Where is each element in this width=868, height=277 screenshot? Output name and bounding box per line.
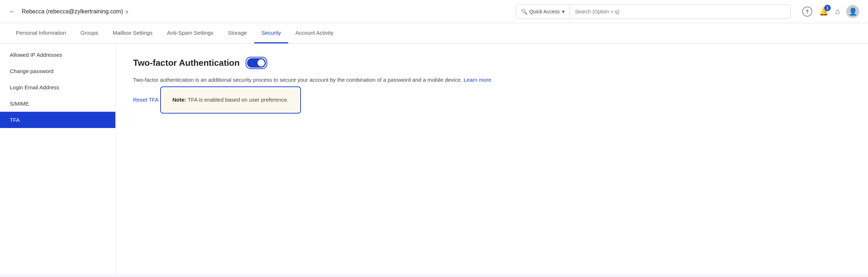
search-bar: 🔍 Quick Access ▾ (516, 4, 791, 19)
sidebar: Allowed IP Addresses Change password Log… (0, 44, 116, 274)
avatar-placeholder: 👤 (848, 7, 858, 16)
learn-more-link[interactable]: Learn more (464, 77, 492, 83)
toggle-knob (258, 59, 265, 67)
home-button[interactable]: ⌂ (835, 7, 840, 16)
tab-mailbox-settings[interactable]: Mailbox Settings (106, 23, 160, 43)
tab-groups[interactable]: Groups (73, 23, 105, 43)
tab-storage[interactable]: Storage (221, 23, 254, 43)
tab-account-activity[interactable]: Account Activity (288, 23, 341, 43)
sidebar-item-change-password[interactable]: Change password (0, 63, 115, 79)
sidebar-item-tfa[interactable]: TFA (0, 112, 115, 128)
tfa-toggle[interactable] (247, 58, 266, 68)
home-icon: ⌂ (835, 7, 840, 16)
quick-access-chevron-icon: ▾ (562, 9, 565, 14)
note-text: TFA is enabled based on user preference. (188, 97, 289, 103)
back-button[interactable]: ← (9, 7, 16, 16)
avatar[interactable]: 👤 (846, 5, 859, 18)
account-name-label: Rebecca (rebecca@zylkertraining.com) (22, 8, 123, 15)
content-area: Two-factor Authentication Two-factor aut… (116, 44, 868, 274)
notification-badge: 1 (824, 5, 831, 11)
header-icon-group: ? 🔔 1 ⌂ 👤 (802, 5, 859, 18)
search-icon: 🔍 (521, 9, 527, 14)
account-selector[interactable]: Rebecca (rebecca@zylkertraining.com) ∨ (22, 8, 129, 15)
tab-security[interactable]: Security (254, 23, 288, 43)
quick-access-button[interactable]: 🔍 Quick Access ▾ (516, 5, 570, 18)
sidebar-item-allowed-ip[interactable]: Allowed IP Addresses (0, 47, 115, 63)
notifications-button[interactable]: 🔔 1 (819, 7, 829, 16)
search-input[interactable] (570, 5, 790, 18)
navigation-tabs: Personal Information Groups Mailbox Sett… (0, 23, 868, 44)
sidebar-item-login-email[interactable]: Login Email Address (0, 79, 115, 95)
reset-tfa-button[interactable]: Reset TFA (133, 97, 159, 103)
note-box-inner: Note: TFA is enabled based on user prefe… (162, 89, 299, 111)
account-chevron-icon: ∨ (125, 9, 129, 14)
tfa-title-row: Two-factor Authentication (133, 57, 851, 69)
tfa-description-text: Two-factor authentication is an addition… (133, 77, 462, 83)
tab-personal-information[interactable]: Personal Information (9, 23, 73, 43)
back-icon: ← (9, 7, 16, 16)
tfa-toggle-wrapper[interactable] (246, 57, 267, 69)
main-layout: Allowed IP Addresses Change password Log… (0, 44, 868, 274)
quick-access-label: Quick Access (529, 9, 560, 14)
note-box-outer: Note: TFA is enabled based on user prefe… (160, 86, 301, 114)
sidebar-item-smime[interactable]: S/MIME (0, 95, 115, 112)
tab-anti-spam-settings[interactable]: Anti-Spam Settings (160, 23, 221, 43)
help-button[interactable]: ? (802, 7, 812, 17)
header: ← Rebecca (rebecca@zylkertraining.com) ∨… (0, 0, 868, 23)
tfa-title: Two-factor Authentication (133, 58, 240, 68)
note-label: Note: (173, 97, 186, 103)
help-icon: ? (802, 7, 812, 17)
tfa-description: Two-factor authentication is an addition… (133, 76, 531, 84)
